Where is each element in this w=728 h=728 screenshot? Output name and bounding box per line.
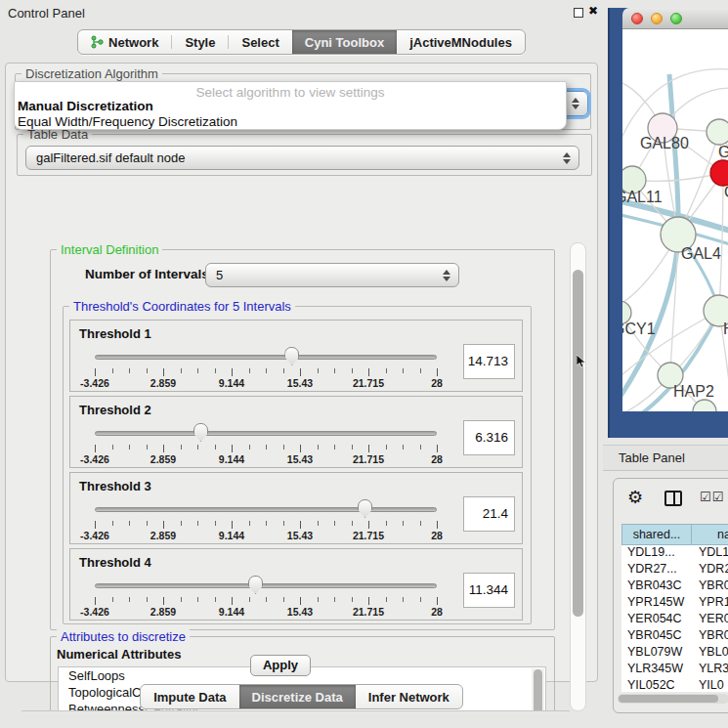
tab-impute-data[interactable]: Impute Data — [141, 685, 238, 708]
float-panel-icon[interactable] — [574, 8, 583, 18]
slider-handle[interactable] — [248, 576, 263, 594]
split-columns-icon[interactable] — [664, 491, 682, 506]
table-row[interactable]: YLR345WYLR3 — [621, 662, 728, 678]
slider-tick-label: 9.144 — [219, 606, 244, 618]
slider-tick — [352, 368, 353, 373]
threshold-value-field[interactable]: 14.713 — [463, 344, 515, 379]
node-label-gal80: GAL80 — [640, 135, 689, 152]
threshold-value-field[interactable]: 21.4 — [463, 496, 515, 532]
slider-track[interactable] — [95, 583, 437, 588]
slider-tick — [403, 521, 404, 526]
slider-tick — [147, 368, 148, 373]
cell-name: YER0 — [692, 612, 728, 628]
slider-tick-label: 15.43 — [287, 377, 313, 389]
table-data-select[interactable]: galFiltered.sif default node — [25, 146, 579, 170]
table-row[interactable]: YDR27...YDR2 — [621, 562, 728, 578]
slider-tick — [197, 368, 198, 373]
apply-button[interactable]: Apply — [250, 655, 311, 676]
slider-track[interactable] — [95, 355, 437, 360]
cell-shared-name: YIL052C — [621, 678, 692, 692]
popup-option-2[interactable]: Equal Width/Frequency Discretization — [18, 114, 237, 129]
number-of-intervals-select[interactable]: 5 — [205, 263, 459, 287]
slider-tick — [95, 445, 96, 452]
cell-name: YBR0 — [692, 628, 728, 645]
tab-jactivemnodules[interactable]: jActiveMNodules — [397, 30, 525, 54]
node-label-partial-c: C — [724, 184, 728, 201]
cell-shared-name: YLR345W — [621, 662, 692, 678]
slider-tick-label: 28 — [431, 530, 443, 541]
network-view-window[interactable]: GAL80 GA C GAL11 GAL4 GCY1 H HAP2 — [608, 8, 728, 438]
popup-option-1[interactable]: Manual Discretization — [18, 99, 153, 113]
slider-tick — [95, 521, 96, 529]
table-row[interactable]: YER054CYER0 — [621, 612, 728, 628]
tab-style[interactable]: Style — [172, 30, 228, 54]
tab-infer-network[interactable]: Infer Network — [356, 685, 462, 708]
cell-name: YIL0 — [692, 678, 728, 692]
gear-icon[interactable]: ⚙ — [627, 487, 643, 508]
slider-track[interactable] — [95, 431, 437, 436]
close-panel-icon[interactable]: ✖ — [588, 4, 598, 18]
scrollbar-thumb[interactable] — [573, 270, 583, 617]
table-rows: YDL19...YDL1YDR27...YDR2YBR043CYBR0YPR14… — [621, 545, 728, 692]
slider-handle[interactable] — [284, 347, 299, 365]
slider-tick — [318, 521, 319, 526]
slider-handle[interactable] — [193, 423, 208, 442]
panel-vertical-scrollbar[interactable] — [570, 242, 586, 711]
slider-tick-label: 15.43 — [287, 453, 313, 465]
slider-tick — [129, 445, 130, 450]
table-row[interactable]: YBR045CYBR0 — [621, 628, 728, 645]
threshold-panel-2: Threshold 2-3.4262.8599.14415.4321.71528… — [69, 396, 523, 468]
network-canvas[interactable]: GAL80 GA C GAL11 GAL4 GCY1 H HAP2 — [622, 29, 728, 411]
number-of-intervals-value: 5 — [216, 268, 223, 282]
slider-tick — [95, 368, 96, 376]
slider-tick — [386, 445, 387, 450]
slider-tick — [249, 368, 250, 373]
checkbox-icons[interactable]: ☑☑ — [700, 490, 724, 504]
slider-tick-label: 9.144 — [219, 530, 244, 541]
column-header-name[interactable]: na — [692, 524, 728, 545]
table-data-group: Table Data galFiltered.sif default node — [17, 134, 592, 176]
cell-name: YDL1 — [692, 545, 728, 562]
table-row[interactable]: YIL052CYIL0 — [621, 678, 728, 692]
numerical-attributes-title: Numerical Attributes — [57, 647, 181, 662]
tab-infer-network-label: Infer Network — [368, 690, 450, 705]
slider-track[interactable] — [95, 507, 437, 512]
tab-select[interactable]: Select — [229, 30, 291, 54]
slider-tick — [112, 368, 113, 373]
tab-network[interactable]: Network — [78, 30, 171, 54]
minimize-window-icon[interactable] — [651, 13, 663, 24]
slider-tick — [163, 597, 164, 605]
slider-tick-label: 21.715 — [353, 453, 384, 465]
zoom-window-icon[interactable] — [670, 13, 682, 24]
table-row[interactable]: YDL19...YDL1 — [621, 545, 728, 562]
slider-tick — [215, 368, 216, 373]
slider-tick — [368, 368, 369, 376]
cell-name: YBR0 — [692, 578, 728, 595]
slider-tick — [232, 521, 233, 529]
slider-tick — [334, 521, 335, 526]
column-header-shared[interactable]: shared... — [621, 524, 692, 545]
slider-tick — [147, 521, 148, 526]
slider-handle[interactable] — [358, 499, 372, 518]
tab-discretize-data[interactable]: Discretize Data — [239, 685, 356, 708]
close-window-icon[interactable] — [631, 13, 643, 24]
threshold-value-field[interactable]: 11.344 — [463, 573, 515, 608]
table-row[interactable]: YBR043CYBR0 — [621, 578, 728, 595]
slider-tick-label: 2.859 — [150, 377, 176, 389]
slider-tick — [129, 521, 130, 526]
thresholds-group: Threshold's Coordinates for 5 Intervals … — [63, 306, 532, 624]
network-window-titlebar[interactable] — [622, 8, 728, 29]
scrollbar-thumb[interactable] — [619, 695, 718, 703]
slider-tick — [420, 521, 421, 526]
table-horizontal-scrollbar[interactable] — [618, 694, 728, 704]
slider-tick — [181, 445, 182, 450]
tab-cyni-toolbox[interactable]: Cyni Toolbox — [292, 30, 397, 54]
threshold-value-field[interactable]: 6.316 — [463, 420, 515, 455]
slider-tick — [147, 597, 148, 602]
slider-tick-label: 15.43 — [287, 606, 313, 618]
table-row[interactable]: YPR145WYPR1 — [621, 595, 728, 612]
slider-tick — [163, 368, 164, 376]
table-row[interactable]: YBL079WYBL0 — [621, 645, 728, 662]
slider-tick-label: 21.715 — [353, 377, 384, 389]
popup-hint: Select algorithm to view settings — [15, 85, 566, 100]
